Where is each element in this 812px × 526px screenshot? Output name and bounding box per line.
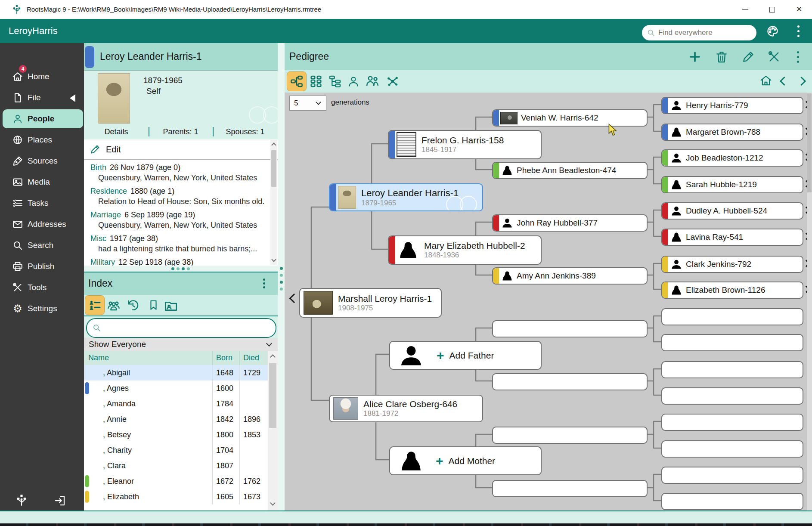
pedigree-card-mary[interactable]: Mary Elizabeth Hubbell-2 1848-1936 — [388, 235, 542, 265]
index-row-charity[interactable]: , Charity1704 — [84, 442, 268, 458]
nav-back-icon[interactable] — [780, 77, 789, 86]
pedigree-empty-slot[interactable] — [492, 320, 648, 337]
index-search-input[interactable] — [104, 321, 270, 334]
pedigree-card-sarah[interactable]: Sarah Hubble-1219 — [661, 176, 803, 193]
couples-view-icon[interactable] — [365, 74, 380, 89]
minimize-button[interactable] — [733, 0, 758, 19]
pedigree-menu-icon[interactable] — [795, 50, 801, 64]
nav-forward-icon[interactable] — [797, 77, 806, 86]
pedigree-empty-slot[interactable] — [661, 361, 803, 378]
pedigree-card-clark[interactable]: Clark Jenkins-792 — [661, 256, 803, 273]
pedigree-card-margaret[interactable]: Margaret Brown-788 — [661, 124, 803, 141]
history-icon[interactable] — [126, 298, 139, 312]
event-row-marriage[interactable]: Marriage6 Sep 1899 (age 19) Queensbury, … — [84, 208, 268, 232]
pedigree-card-leroy-selected[interactable]: Leroy Leander Harris-1 1879-1965 — [329, 183, 483, 211]
bookmark-icon[interactable] — [147, 299, 160, 311]
sidebar-item-tools[interactable]: Tools — [3, 278, 81, 297]
pedigree-canvas[interactable]: 5 generations Frelon G. Harris-158 1845-… — [285, 93, 812, 511]
add-father-button[interactable]: + Add Father — [389, 341, 542, 370]
theme-palette-icon[interactable] — [766, 25, 779, 38]
events-scrollbar-thumb[interactable] — [271, 150, 276, 187]
pedigree-empty-slot[interactable] — [661, 414, 803, 431]
panel-splitter-horizontal[interactable] — [84, 266, 278, 272]
pedigree-empty-slot[interactable] — [492, 373, 648, 390]
index-scrollbar-thumb[interactable] — [269, 363, 276, 428]
index-row-annie[interactable]: , Annie18421896 — [84, 412, 268, 427]
event-row-misc[interactable]: Misc1917 (age 38) had a lightening strik… — [84, 232, 268, 256]
sidebar-item-search[interactable]: Search — [3, 236, 81, 255]
pedigree-scrollbar[interactable] — [807, 93, 812, 511]
pedigree-empty-slot[interactable] — [661, 334, 803, 351]
pedigree-card-frelon[interactable]: Frelon G. Harris-158 1845-1917 — [388, 130, 542, 159]
sidebar-item-media[interactable]: Media — [3, 173, 81, 192]
index-row-betsey[interactable]: , Betsey18001853 — [84, 427, 268, 443]
sidebar-item-settings[interactable]: ⚙ Settings — [3, 299, 81, 318]
pedigree-empty-slot[interactable] — [492, 480, 648, 497]
person-tools-icon[interactable] — [767, 50, 781, 64]
view-pedigree-button[interactable] — [287, 71, 307, 91]
tab-spouses[interactable]: Spouses: 1 — [213, 127, 278, 136]
pedigree-scrollbar-thumb[interactable] — [807, 93, 812, 192]
sidebar-item-tasks[interactable]: Tasks — [3, 194, 81, 213]
go-home-icon[interactable] — [759, 74, 772, 87]
index-scrollbar[interactable] — [268, 351, 278, 511]
network-view-icon[interactable] — [386, 74, 400, 88]
index-view-people-list-button[interactable] — [85, 295, 105, 315]
pedigree-empty-slot[interactable] — [492, 427, 648, 444]
pedigree-card-elizabeth[interactable]: Elizabeth Brown-1126 — [661, 282, 803, 299]
pedigree-empty-slot[interactable] — [661, 308, 803, 325]
tab-parents[interactable]: Parents: 1 — [149, 127, 213, 136]
event-row-residence[interactable]: Residence1880 (age 1) Relation to Head o… — [84, 185, 268, 209]
family-view-icon[interactable] — [309, 74, 323, 88]
sidebar-item-sources[interactable]: Sources — [3, 152, 81, 170]
person-folder-icon[interactable] — [164, 298, 178, 313]
index-filter-dropdown[interactable]: Show Everyone — [84, 338, 278, 351]
pedigree-card-henry[interactable]: Henry Harris-779 — [661, 97, 803, 114]
pedigree-card-dudley[interactable]: Dudley A. Hubbell-524 — [661, 202, 803, 220]
find-everywhere-box[interactable] — [642, 25, 756, 40]
pedigree-empty-slot[interactable] — [661, 440, 803, 458]
maximize-button[interactable] — [759, 0, 784, 19]
index-row-eleanor[interactable]: , Eleanor16721762 — [84, 473, 268, 489]
groups-icon[interactable] — [107, 299, 121, 313]
column-header-name[interactable]: Name — [84, 351, 212, 365]
add-mother-button[interactable]: + Add Mother — [389, 446, 542, 475]
find-everywhere-input[interactable] — [657, 26, 752, 39]
pedigree-card-amy[interactable]: Amy Ann Jenkins-389 — [492, 267, 648, 285]
app-menu-icon[interactable] — [795, 25, 801, 38]
pedigree-card-veniah[interactable]: Veniah W. Harris-642 — [492, 109, 648, 127]
event-row-birth[interactable]: Birth26 Nov 1879 (age 0) Queensbury, War… — [84, 161, 268, 185]
event-row-military[interactable]: Military12 Sep 1918 (age 38) Warren, New… — [84, 256, 268, 266]
column-header-died[interactable]: Died — [239, 351, 268, 365]
events-scrollbar[interactable] — [270, 140, 277, 265]
sidebar-item-file[interactable]: File — [3, 88, 81, 107]
column-header-born[interactable]: Born — [212, 351, 239, 365]
pedigree-card-phebe[interactable]: Phebe Ann Beadleston-474 — [492, 162, 648, 179]
pedigree-empty-slot[interactable] — [661, 387, 803, 405]
pedigree-card-alice[interactable]: Alice Clare Osberg-646 1881-1972 — [329, 395, 483, 422]
sidebar-item-publish[interactable]: Publish — [3, 257, 81, 276]
close-button[interactable]: ✕ — [786, 0, 812, 19]
pedigree-empty-slot[interactable] — [661, 467, 803, 484]
tab-details[interactable]: Details — [84, 127, 149, 136]
panel-splitter-vertical[interactable] — [278, 43, 285, 511]
sidebar-item-places[interactable]: Places — [3, 130, 81, 149]
index-search-box[interactable] — [86, 318, 276, 338]
sidebar-item-home[interactable]: 4 Home — [3, 67, 81, 86]
sidebar-item-addresses[interactable]: Addresses — [3, 215, 81, 234]
index-row-elizabeth[interactable]: , Elizabeth16051673 — [84, 489, 268, 505]
pedigree-card-marshall[interactable]: Marshall Leroy Harris-1 1908-1975 — [299, 288, 442, 318]
sidebar-item-people[interactable]: People — [3, 109, 83, 128]
delete-person-icon[interactable] — [715, 50, 728, 64]
add-person-icon[interactable] — [688, 50, 702, 64]
pedigree-card-lavina[interactable]: Lavina Ray-541 — [661, 229, 803, 246]
exit-icon[interactable] — [53, 494, 66, 507]
generations-select[interactable]: 5 — [289, 96, 326, 111]
descendants-view-icon[interactable] — [328, 74, 342, 88]
pedigree-card-john[interactable]: John Ray Hubbell-377 — [492, 214, 648, 232]
index-row-abigail[interactable]: , Abigail16481729 — [84, 365, 268, 381]
person-photo[interactable] — [98, 73, 130, 124]
index-row-agnes[interactable]: , Agnes1600 — [84, 381, 268, 396]
tree-view-bottom-icon[interactable] — [15, 493, 28, 507]
individual-view-icon[interactable] — [347, 75, 360, 88]
